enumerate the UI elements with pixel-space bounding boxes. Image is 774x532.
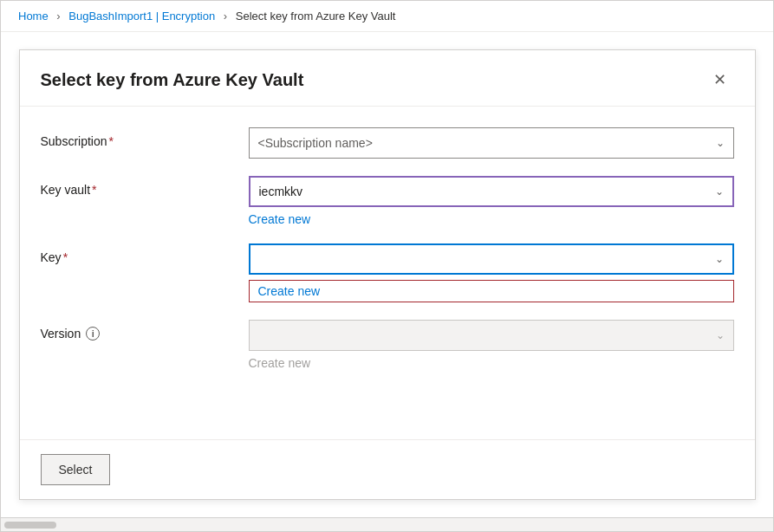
- key-dropdown[interactable]: ⌄: [249, 243, 734, 275]
- dialog: Select key from Azure Key Vault ✕ Subscr…: [19, 49, 756, 500]
- subscription-row: Subscription* <Subscription name> ⌄: [41, 127, 734, 159]
- dialog-footer: Select: [20, 440, 755, 499]
- version-row: Version i ⌄ Create new: [41, 320, 734, 370]
- version-create-new-text: Create new: [249, 356, 734, 370]
- key-vault-label: Key vault*: [41, 176, 249, 197]
- version-chevron-icon: ⌄: [716, 329, 725, 341]
- key-vault-create-new-link[interactable]: Create new: [249, 212, 734, 226]
- key-vault-control: iecmkkv ⌄ Create new: [249, 176, 734, 226]
- version-dropdown: ⌄: [249, 320, 734, 351]
- key-row: Key* ⌄ Create new: [41, 243, 734, 302]
- breadcrumb-current: Select key from Azure Key Vault: [236, 10, 396, 23]
- dialog-title: Select key from Azure Key Vault: [41, 70, 304, 90]
- scrollbar-area[interactable]: [1, 517, 773, 531]
- breadcrumb-sep-1: ›: [56, 10, 60, 23]
- subscription-dropdown[interactable]: <Subscription name> ⌄: [249, 127, 734, 159]
- subscription-label: Subscription*: [41, 127, 249, 148]
- dialog-header: Select key from Azure Key Vault ✕: [20, 50, 755, 107]
- subscription-value: <Subscription name>: [258, 136, 373, 150]
- close-button[interactable]: ✕: [706, 66, 734, 94]
- key-vault-value: iecmkkv: [259, 185, 303, 198]
- key-create-new-link[interactable]: Create new: [249, 280, 734, 302]
- key-vault-required: *: [92, 183, 96, 197]
- key-vault-chevron-icon: ⌄: [715, 185, 724, 198]
- select-button[interactable]: Select: [41, 454, 111, 485]
- subscription-chevron-icon: ⌄: [716, 137, 725, 149]
- scrollbar-thumb[interactable]: [4, 522, 56, 529]
- breadcrumb-sep-2: ›: [224, 10, 227, 23]
- page-wrapper: Home › BugBashImport1 | Encryption › Sel…: [0, 0, 774, 532]
- subscription-control: <Subscription name> ⌄: [249, 127, 734, 159]
- key-vault-dropdown[interactable]: iecmkkv ⌄: [249, 176, 734, 207]
- key-chevron-icon: ⌄: [715, 253, 724, 265]
- key-vault-row: Key vault* iecmkkv ⌄ Create new: [41, 176, 734, 226]
- version-control: ⌄ Create new: [249, 320, 734, 370]
- breadcrumb: Home › BugBashImport1 | Encryption › Sel…: [1, 1, 773, 32]
- key-label: Key*: [41, 243, 249, 264]
- key-required: *: [63, 250, 68, 264]
- breadcrumb-home[interactable]: Home: [18, 10, 49, 23]
- dialog-body: Subscription* <Subscription name> ⌄ Key …: [20, 107, 755, 439]
- version-label-wrapper: Version i: [41, 320, 249, 341]
- version-info-icon: i: [86, 327, 100, 341]
- breadcrumb-import[interactable]: BugBashImport1 | Encryption: [68, 10, 215, 23]
- key-control: ⌄ Create new: [249, 243, 734, 302]
- subscription-required: *: [109, 134, 114, 148]
